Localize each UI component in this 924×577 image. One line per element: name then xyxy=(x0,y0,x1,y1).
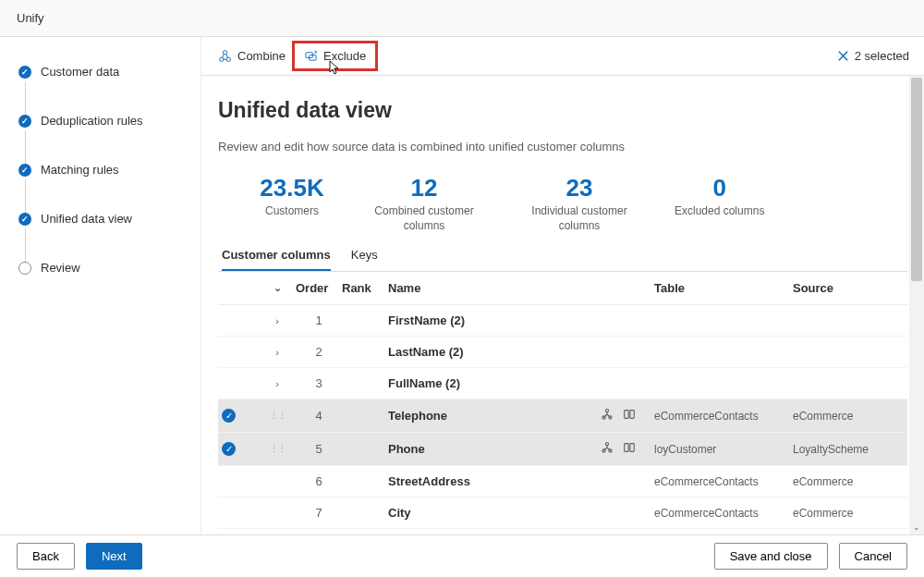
row-table: eCommerceContacts xyxy=(654,475,793,488)
combine-button[interactable]: Combine xyxy=(209,43,295,68)
checkmark-icon[interactable]: ✓ xyxy=(222,409,236,423)
row-source: LoyaltyScheme xyxy=(793,443,894,456)
step-unified-data-view[interactable]: ✓ Unified data view xyxy=(18,212,186,226)
table-row[interactable]: ›3FullName (2) xyxy=(218,368,907,399)
table-row[interactable]: ›2LastName (2) xyxy=(218,337,907,368)
circle-icon xyxy=(18,262,31,275)
scrollbar-thumb[interactable] xyxy=(911,78,922,281)
next-button[interactable]: Next xyxy=(86,543,142,570)
column-header-rank[interactable]: Rank xyxy=(342,281,388,295)
row-name: Phone xyxy=(388,442,601,456)
row-name: FullName (2) xyxy=(388,376,601,390)
table-row[interactable]: ✓⋮⋮5PhoneloyCustomerLoyaltyScheme xyxy=(218,433,907,466)
chevron-right-icon[interactable]: › xyxy=(275,315,279,326)
columns-icon[interactable] xyxy=(623,441,636,457)
toolbar: Combine Exclude 2 selected xyxy=(201,37,924,76)
svg-point-1 xyxy=(220,57,224,61)
tab-keys[interactable]: Keys xyxy=(351,240,378,271)
checkmark-icon: ✓ xyxy=(18,213,31,226)
table-row[interactable]: 7CityeCommerceContactseCommerce xyxy=(218,497,907,529)
exclude-button[interactable]: Exclude xyxy=(295,43,375,68)
row-order: 3 xyxy=(296,376,342,390)
wizard-steps-sidebar: ✓ Customer data ✓ Deduplication rules ✓ … xyxy=(0,37,201,534)
checkmark-icon[interactable]: ✓ xyxy=(222,442,236,456)
table-row[interactable]: 6StreetAddresseCommerceContactseCommerce xyxy=(218,466,907,497)
clear-selection-button[interactable]: 2 selected xyxy=(837,49,909,63)
step-deduplication-rules[interactable]: ✓ Deduplication rules xyxy=(18,114,186,128)
columns-icon[interactable] xyxy=(623,408,636,424)
main-panel: Combine Exclude 2 selected Unified data … xyxy=(201,37,924,534)
chevron-right-icon[interactable]: › xyxy=(275,378,279,389)
back-button[interactable]: Back xyxy=(17,543,75,570)
row-name: FirstName (2) xyxy=(388,313,601,327)
svg-point-0 xyxy=(223,51,226,55)
exclude-label: Exclude xyxy=(323,49,366,63)
chevron-right-icon[interactable]: › xyxy=(275,347,279,358)
stat-label: Customers xyxy=(255,204,329,219)
row-order: 5 xyxy=(296,442,342,456)
close-icon xyxy=(837,50,849,62)
svg-rect-8 xyxy=(625,411,628,419)
row-source: eCommerce xyxy=(793,507,894,520)
svg-point-10 xyxy=(605,443,608,446)
column-header-source[interactable]: Source xyxy=(793,281,894,295)
row-order: 1 xyxy=(296,313,342,327)
row-source: eCommerce xyxy=(793,410,894,423)
row-order: 6 xyxy=(296,474,342,488)
cancel-button[interactable]: Cancel xyxy=(839,543,907,570)
table-body: ›1FirstName (2)›2LastName (2)›3FullName … xyxy=(218,305,907,534)
column-header-name[interactable]: Name xyxy=(388,281,601,295)
hierarchy-icon[interactable] xyxy=(601,441,614,457)
exclude-icon xyxy=(304,49,318,63)
row-name: City xyxy=(388,506,601,520)
tab-customer-columns[interactable]: Customer columns xyxy=(222,240,331,271)
vertical-scrollbar[interactable]: ⌄ xyxy=(909,76,924,534)
step-label: Unified data view xyxy=(41,212,132,226)
combine-label: Combine xyxy=(237,49,286,63)
table-row[interactable]: 8StateeCommerceContactseCommerce xyxy=(218,529,907,534)
stat-customers: 23.5K Customers xyxy=(255,174,329,233)
stat-excluded-columns: 0 Excluded columns xyxy=(675,174,764,233)
footer-bar: Back Next Save and close Cancel xyxy=(0,534,924,577)
drag-handle-icon[interactable]: ⋮⋮ xyxy=(269,410,286,422)
save-and-close-button[interactable]: Save and close xyxy=(714,543,828,570)
tab-row: Customer columns Keys xyxy=(218,240,907,272)
content-area: Unified data view Review and edit how so… xyxy=(201,76,924,534)
step-label: Customer data xyxy=(41,65,119,79)
row-name: Telephone xyxy=(388,409,601,423)
stat-value: 23.5K xyxy=(255,174,329,203)
checkmark-icon: ✓ xyxy=(18,115,31,128)
column-header-order[interactable]: Order xyxy=(296,281,342,295)
step-customer-data[interactable]: ✓ Customer data xyxy=(18,65,186,79)
step-label: Review xyxy=(41,261,80,275)
stat-label: Combined customer columns xyxy=(364,204,484,233)
table-header: ⌄ Order Rank Name Table Source xyxy=(218,272,907,305)
stat-value: 0 xyxy=(675,174,764,203)
row-name: LastName (2) xyxy=(388,345,601,359)
row-name: StreetAddress xyxy=(388,474,601,488)
row-source: eCommerce xyxy=(793,475,894,488)
stat-label: Excluded columns xyxy=(675,204,764,219)
step-matching-rules[interactable]: ✓ Matching rules xyxy=(18,163,186,177)
svg-rect-13 xyxy=(625,444,628,452)
row-order: 4 xyxy=(296,409,342,423)
stat-individual-columns: 23 Individual customer columns xyxy=(519,174,639,233)
row-table: eCommerceContacts xyxy=(654,410,793,423)
sort-toggle[interactable]: ⌄ xyxy=(259,282,296,294)
step-label: Deduplication rules xyxy=(41,114,143,128)
step-review[interactable]: Review xyxy=(18,261,186,275)
svg-rect-9 xyxy=(630,411,634,419)
step-label: Matching rules xyxy=(41,163,119,177)
chevron-down-icon[interactable]: ⌄ xyxy=(909,520,924,534)
row-order: 7 xyxy=(296,506,342,520)
column-header-table[interactable]: Table xyxy=(654,281,793,295)
table-row[interactable]: ›1FirstName (2) xyxy=(218,305,907,337)
stat-combined-columns: 12 Combined customer columns xyxy=(364,174,484,233)
svg-rect-14 xyxy=(630,444,634,452)
stat-label: Individual customer columns xyxy=(519,204,639,233)
hierarchy-icon[interactable] xyxy=(601,408,614,424)
drag-handle-icon[interactable]: ⋮⋮ xyxy=(269,443,286,455)
stats-row: 23.5K Customers 12 Combined customer col… xyxy=(218,174,907,233)
table-row[interactable]: ✓⋮⋮4TelephoneeCommerceContactseCommerce xyxy=(218,399,907,433)
selected-count-text: 2 selected xyxy=(855,49,909,63)
